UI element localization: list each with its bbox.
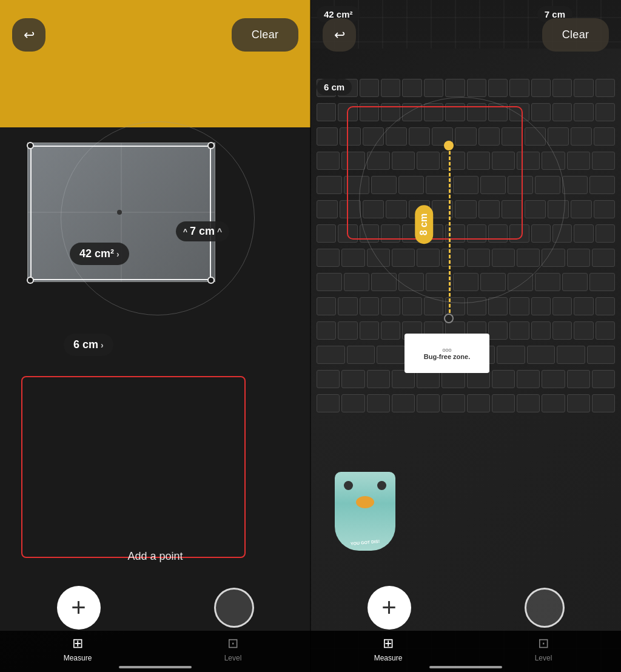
back-button-left[interactable]: ↩ — [12, 18, 45, 52]
add-point-label: Add a point — [0, 550, 310, 563]
height-label[interactable]: 6 cm › — [64, 334, 113, 356]
shutter-button-right[interactable] — [525, 588, 565, 628]
measure-label-right: Measure — [374, 654, 403, 662]
clear-button-right[interactable]: Clear — [542, 18, 609, 52]
measure-label-left: Measure — [64, 654, 92, 662]
top-buttons-right: ↩ Clear — [310, 18, 621, 52]
cup-sticker: YOU GOT DIS! — [323, 429, 420, 551]
tab-level-left[interactable]: ⊡ Level — [155, 636, 310, 667]
left-screen: 42 cm² › ^ 7 cm ^ 6 cm › Add a point ↩ — [0, 0, 310, 672]
plus-icon-right: + — [381, 595, 397, 620]
point-bottom-black — [444, 314, 454, 323]
area-value: 42 cm² — [79, 247, 114, 260]
clear-button-left[interactable]: Clear — [232, 18, 298, 52]
area-chevron: › — [116, 249, 119, 259]
width-value: 7 cm — [190, 225, 215, 238]
level-icon-left: ⊡ — [227, 636, 238, 651]
clear-label-right: Clear — [562, 29, 589, 41]
shutter-button-left[interactable] — [214, 588, 254, 628]
corner-dot-tr — [207, 142, 215, 149]
height-chevron: › — [101, 340, 104, 350]
corner-dot-br — [207, 277, 215, 284]
red-rect-left — [21, 376, 246, 558]
area-label[interactable]: 42 cm² › — [70, 243, 129, 265]
measure-icon-left: ⊞ — [72, 636, 83, 651]
level-label-left: Level — [224, 654, 242, 662]
right-screen: ooo Bug-free zone. 8 cm 42 cm² 7 cm 6 cm — [310, 0, 621, 672]
height-label-right[interactable]: 6 cm — [317, 79, 352, 95]
dotted-line-right — [449, 146, 451, 318]
point-top-yellow — [444, 141, 454, 150]
bottom-actions-right: + — [310, 586, 621, 630]
bottom-actions-left: + — [0, 586, 310, 630]
clear-label: Clear — [252, 29, 279, 41]
top-buttons-left: ↩ Clear — [0, 18, 310, 52]
home-indicator-right — [429, 666, 502, 668]
home-indicator-left — [119, 666, 192, 668]
chevron-up: ^ — [183, 227, 187, 236]
corner-dot-tl — [27, 142, 34, 149]
width-label[interactable]: ^ 7 cm ^ — [176, 221, 229, 241]
touchpad-red-right — [347, 106, 523, 240]
back-arrow-icon: ↩ — [24, 27, 35, 43]
back-arrow-icon-right: ↩ — [334, 27, 345, 43]
tab-measure-left[interactable]: ⊞ Measure — [0, 636, 155, 667]
add-point-button-left[interactable]: + — [57, 586, 101, 630]
measure-icon-right: ⊞ — [383, 636, 394, 651]
back-button-right[interactable]: ↩ — [323, 18, 356, 52]
plus-icon: + — [71, 595, 86, 620]
level-label-right: Level — [535, 654, 552, 662]
tab-measure-right[interactable]: ⊞ Measure — [310, 636, 466, 667]
height-value: 6 cm — [73, 338, 98, 351]
tab-level-right[interactable]: ⊡ Level — [466, 636, 621, 667]
width-chevron: ^ — [217, 227, 222, 237]
center-dot — [117, 210, 122, 215]
corner-dot-bl — [27, 277, 34, 284]
sticker-bug-free: ooo Bug-free zone. — [404, 334, 489, 373]
screen-divider — [310, 0, 311, 672]
measurement-badge-8cm[interactable]: 8 cm — [415, 205, 433, 244]
add-point-button-right[interactable]: + — [368, 586, 411, 630]
level-icon-right: ⊡ — [538, 636, 549, 651]
